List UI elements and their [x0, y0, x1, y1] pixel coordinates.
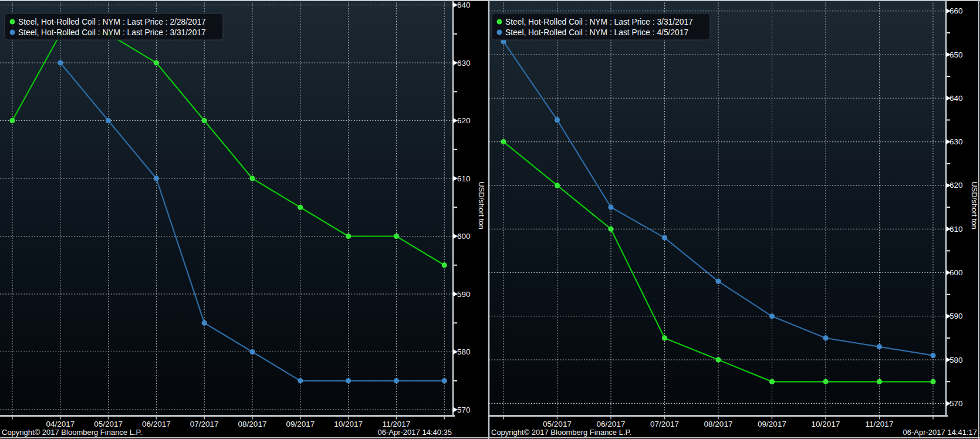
y-axis-tick-label: 570: [949, 399, 963, 408]
series-point-green: [930, 379, 935, 384]
series-point-green: [298, 205, 303, 210]
panel-divider: [488, 0, 489, 439]
series-point-blue: [442, 378, 447, 383]
series-point-blue: [202, 320, 207, 326]
legend-label: Steel, Hot-Rolled Coil : NYM : Last Pric…: [18, 28, 206, 37]
timestamp-right: 06-Apr-2017 14:41:17: [491, 428, 977, 437]
window-border-right: [978, 0, 979, 439]
y-axis-tick-label: 610: [457, 174, 471, 183]
series-point-green: [202, 118, 207, 123]
series-point-blue: [249, 349, 255, 354]
series-point-green: [9, 118, 15, 123]
series-point-green: [394, 234, 399, 239]
series-point-blue: [154, 175, 159, 181]
x-axis-tick-label: 06/2017: [597, 420, 626, 428]
series-point-green: [154, 60, 159, 65]
window-border-top: [0, 0, 980, 1]
series-point-green: [715, 357, 721, 363]
legend-label: Steel, Hot-Rolled Coil : NYM : Last Pric…: [505, 18, 693, 26]
series-point-blue: [346, 378, 351, 383]
series-point-blue: [877, 344, 882, 349]
y-axis-tick-label: 580: [949, 356, 963, 364]
y-axis-tick-label: 630: [949, 137, 963, 146]
chart-svg: 64063062061060059058057004/201705/201706…: [0, 0, 487, 439]
series-point-blue: [930, 353, 935, 358]
x-axis-tick-label: 06/2017: [142, 420, 171, 428]
chart-svg: 66065064063062061060059058057005/201706/…: [487, 0, 980, 439]
series-point-blue: [106, 118, 111, 123]
legend-label: Steel, Hot-Rolled Coil : NYM : Last Pric…: [505, 28, 688, 37]
series-point-blue: [394, 378, 399, 383]
legend-label: Steel, Hot-Rolled Coil : NYM : Last Pric…: [18, 18, 206, 26]
x-axis-tick-label: 09/2017: [758, 420, 786, 428]
series-point-blue: [662, 235, 667, 240]
series-point-green: [555, 183, 560, 188]
y-axis-tick-label: 620: [457, 116, 471, 125]
y-axis-unit-label: USD/short ton: [477, 181, 486, 229]
legend-bullet-blue: [10, 30, 15, 35]
legend-bullet-blue: [497, 30, 502, 35]
series-point-green: [346, 234, 351, 239]
series-point-blue: [823, 335, 828, 340]
legend: Steel, Hot-Rolled Coil : NYM : Last Pric…: [492, 13, 710, 40]
y-axis-tick-label: 620: [949, 181, 963, 190]
series-point-green: [769, 379, 775, 384]
plot-area[interactable]: [0, 0, 453, 416]
x-axis-tick-label: 05/2017: [94, 420, 123, 428]
x-axis-tick-label: 07/2017: [650, 420, 679, 428]
series-point-green: [249, 175, 255, 181]
series-point-blue: [608, 204, 613, 210]
series-point-green: [823, 379, 828, 384]
y-axis-tick-label: 630: [457, 59, 471, 67]
y-axis-tick-label: 650: [949, 50, 963, 59]
y-axis-tick-label: 640: [949, 94, 963, 103]
series-point-green: [877, 379, 882, 384]
x-axis-tick-label: 10/2017: [334, 420, 363, 428]
series-point-green: [442, 262, 447, 268]
x-axis-tick-label: 09/2017: [286, 420, 315, 428]
x-axis-tick-label: 07/2017: [190, 420, 219, 428]
legend-bullet-green: [10, 19, 15, 25]
series-point-green: [501, 139, 506, 144]
y-axis-tick-label: 610: [949, 225, 963, 234]
timestamp-left: 06-Apr-2017 14:40:35: [0, 428, 452, 437]
x-axis-tick-label: 11/2017: [382, 420, 410, 428]
y-axis-tick-label: 600: [457, 232, 471, 241]
x-axis-tick-label: 11/2017: [866, 420, 894, 428]
y-axis-tick-label: 570: [457, 406, 471, 414]
series-point-blue: [58, 60, 63, 65]
y-axis-tick-label: 660: [949, 6, 963, 15]
legend-bullet-green: [497, 19, 502, 25]
y-axis-tick-label: 580: [457, 347, 471, 356]
y-axis-unit-label: USD/short ton: [970, 181, 979, 229]
series-point-blue: [769, 313, 775, 319]
x-axis-tick-label: 05/2017: [543, 420, 572, 428]
y-axis-tick-label: 590: [457, 290, 471, 299]
y-axis-tick-label: 590: [949, 312, 963, 320]
plot-area[interactable]: [489, 0, 946, 416]
chart-panel-left: 64063062061060059058057004/201705/201706…: [0, 0, 487, 439]
x-axis-tick-label: 08/2017: [704, 420, 733, 428]
legend: Steel, Hot-Rolled Coil : NYM : Last Pric…: [5, 13, 223, 40]
window-border-bottom: [0, 437, 980, 438]
chart-panel-right: 66065064063062061060059058057005/201706/…: [487, 0, 980, 439]
series-point-green: [608, 227, 613, 232]
series-point-blue: [555, 117, 560, 123]
bloomberg-dual-chart: 64063062061060059058057004/201705/201706…: [0, 0, 980, 439]
x-axis-tick-label: 04/2017: [46, 420, 75, 428]
series-point-green: [662, 335, 667, 340]
x-axis-tick-label: 08/2017: [238, 420, 267, 428]
x-axis-tick-label: 10/2017: [812, 420, 840, 428]
series-point-blue: [715, 279, 721, 284]
y-axis-tick-label: 600: [949, 268, 963, 277]
series-point-blue: [298, 378, 303, 383]
y-axis-tick-label: 640: [457, 1, 471, 9]
